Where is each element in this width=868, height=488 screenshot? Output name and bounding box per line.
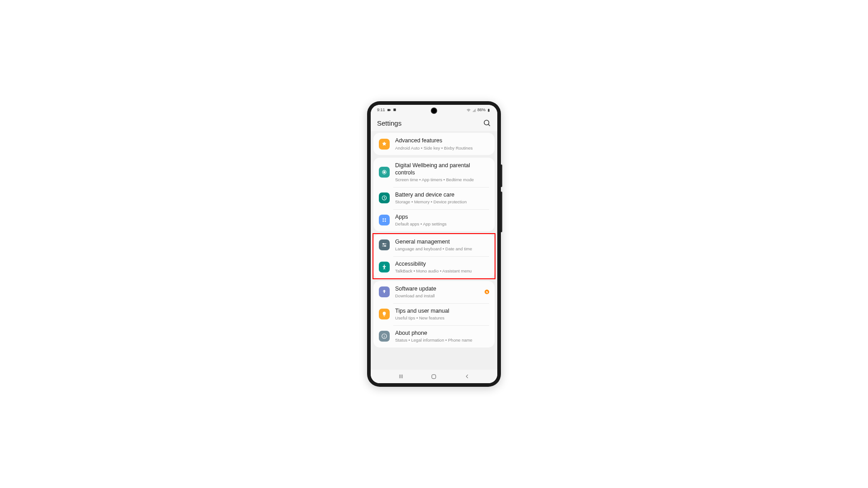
page-title: Settings bbox=[377, 119, 401, 127]
settings-item-text: Digital Wellbeing and parental controls … bbox=[395, 162, 489, 183]
settings-item-subtitle: Useful tips • New features bbox=[395, 315, 489, 320]
settings-item-tips-manual[interactable]: Tips and user manual Useful tips • New f… bbox=[373, 303, 495, 325]
phone-side-button-1 bbox=[501, 164, 502, 187]
settings-item-subtitle: Storage • Memory • Device protection bbox=[395, 199, 489, 204]
signal-icon bbox=[472, 108, 476, 112]
notification-badge: N bbox=[485, 290, 489, 294]
lightbulb-icon bbox=[379, 309, 390, 319]
settings-item-apps[interactable]: Apps Default apps • App settings bbox=[373, 209, 495, 231]
device-care-icon bbox=[379, 192, 390, 203]
search-icon[interactable] bbox=[483, 119, 491, 127]
settings-item-text: Software update Download and install bbox=[395, 286, 485, 299]
gear-star-icon bbox=[379, 139, 390, 150]
battery-icon bbox=[487, 108, 491, 112]
settings-item-subtitle: Language and keyboard • Date and time bbox=[395, 246, 489, 251]
settings-item-subtitle: Status • Legal information • Phone name bbox=[395, 338, 489, 343]
settings-item-subtitle: Download and install bbox=[395, 293, 485, 298]
settings-item-title: Accessibility bbox=[395, 261, 489, 268]
nav-back[interactable] bbox=[458, 372, 476, 381]
svg-point-11 bbox=[383, 244, 384, 244]
settings-item-text: Apps Default apps • App settings bbox=[395, 214, 489, 227]
settings-item-software-update[interactable]: Software update Download and install N bbox=[373, 281, 495, 303]
wellbeing-icon bbox=[379, 167, 390, 178]
settings-item-battery-care[interactable]: Battery and device care Storage • Memory… bbox=[373, 187, 495, 209]
svg-point-16 bbox=[384, 335, 384, 335]
status-left: 9:11 bbox=[377, 108, 397, 112]
info-icon bbox=[379, 331, 390, 342]
settings-item-text: About phone Status • Legal information •… bbox=[395, 330, 489, 343]
nav-recents[interactable] bbox=[392, 372, 410, 381]
nav-home[interactable] bbox=[425, 372, 443, 381]
phone-frame: 9:11 86% bbox=[367, 101, 501, 387]
settings-item-title: Apps bbox=[395, 214, 489, 221]
settings-item-digital-wellbeing[interactable]: Digital Wellbeing and parental controls … bbox=[373, 158, 495, 187]
update-arrow-icon bbox=[379, 286, 390, 297]
settings-item-title: General management bbox=[395, 239, 489, 246]
phone-screen: 9:11 86% bbox=[371, 105, 497, 383]
status-time: 9:11 bbox=[377, 108, 385, 112]
settings-item-text: Tips and user manual Useful tips • New f… bbox=[395, 308, 489, 321]
settings-item-accessibility[interactable]: Accessibility TalkBack • Mono audio • As… bbox=[373, 256, 495, 278]
svg-rect-17 bbox=[384, 336, 384, 338]
status-battery-text: 86% bbox=[477, 108, 486, 112]
settings-group: General management Language and keyboard… bbox=[373, 234, 495, 278]
settings-group: Digital Wellbeing and parental controls … bbox=[373, 158, 495, 231]
settings-item-about-phone[interactable]: About phone Status • Legal information •… bbox=[373, 325, 495, 347]
card-icon bbox=[393, 108, 397, 112]
svg-rect-21 bbox=[432, 375, 436, 379]
svg-rect-0 bbox=[393, 108, 396, 111]
video-icon bbox=[387, 108, 391, 112]
settings-item-subtitle: Android Auto • Side key • Bixby Routines bbox=[395, 145, 489, 150]
apps-grid-icon bbox=[379, 215, 390, 225]
svg-point-13 bbox=[385, 245, 386, 246]
svg-point-8 bbox=[382, 221, 384, 222]
settings-item-title: About phone bbox=[395, 330, 489, 337]
settings-group: Software update Download and install N T… bbox=[373, 281, 495, 347]
settings-item-subtitle: TalkBack • Mono audio • Assistant menu bbox=[395, 268, 489, 273]
settings-item-general-management[interactable]: General management Language and keyboard… bbox=[373, 234, 495, 256]
settings-list[interactable]: Advanced features Android Auto • Side ke… bbox=[371, 131, 497, 370]
svg-point-7 bbox=[385, 218, 386, 220]
settings-item-title: Battery and device care bbox=[395, 192, 489, 199]
wifi-icon bbox=[467, 108, 471, 112]
settings-item-text: Advanced features Android Auto • Side ke… bbox=[395, 137, 489, 150]
accessibility-icon bbox=[379, 262, 390, 272]
settings-item-title: Software update bbox=[395, 286, 485, 293]
svg-point-9 bbox=[385, 221, 386, 222]
settings-item-title: Advanced features bbox=[395, 137, 489, 145]
settings-item-text: Battery and device care Storage • Memory… bbox=[395, 192, 489, 205]
sliders-icon bbox=[379, 239, 390, 250]
navigation-bar bbox=[371, 370, 497, 383]
settings-item-subtitle: Default apps • App settings bbox=[395, 221, 489, 226]
svg-point-6 bbox=[382, 218, 384, 220]
settings-item-advanced-features[interactable]: Advanced features Android Auto • Side ke… bbox=[373, 133, 495, 155]
svg-point-4 bbox=[383, 172, 385, 174]
phone-side-button-2 bbox=[501, 192, 502, 232]
highlighted-group: General management Language and keyboard… bbox=[373, 234, 495, 278]
app-header: Settings bbox=[371, 115, 497, 131]
status-right: 86% bbox=[467, 108, 491, 112]
settings-item-subtitle: Screen time • App timers • Bedtime mode bbox=[395, 177, 489, 182]
settings-item-text: General management Language and keyboard… bbox=[395, 239, 489, 252]
front-camera bbox=[431, 108, 437, 114]
settings-group: Advanced features Android Auto • Side ke… bbox=[373, 133, 495, 155]
settings-item-title: Tips and user manual bbox=[395, 308, 489, 315]
svg-point-14 bbox=[384, 265, 385, 266]
settings-item-text: Accessibility TalkBack • Mono audio • As… bbox=[395, 261, 489, 274]
svg-point-1 bbox=[484, 120, 489, 125]
svg-line-2 bbox=[488, 124, 490, 126]
settings-item-title: Digital Wellbeing and parental controls bbox=[395, 162, 489, 176]
